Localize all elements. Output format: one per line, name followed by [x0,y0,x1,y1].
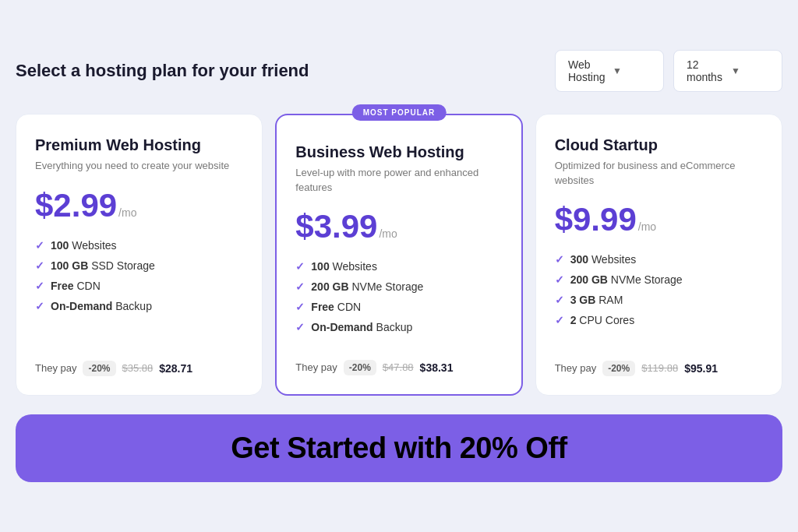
plans-grid: Premium Web Hosting Everything you need … [16,114,782,395]
price-period: /mo [638,220,656,233]
plan-name: Premium Web Hosting [35,136,243,154]
hosting-type-label: Web Hosting [568,58,606,83]
features-list: ✓ 100 Websites ✓ 100 GB SSD Storage ✓ Fr… [35,239,243,342]
they-pay-label: They pay [295,361,337,373]
check-icon: ✓ [295,260,305,273]
cta-banner[interactable]: Get Started with 20% Off [16,414,782,482]
feature-text: 200 GB NVMe Storage [570,273,683,286]
feature-item: ✓ 300 Websites [555,253,763,266]
check-icon: ✓ [555,253,564,266]
check-icon: ✓ [35,280,44,292]
plan-description: Optimized for business and eCommerce web… [555,159,763,187]
check-icon: ✓ [295,280,305,293]
check-icon: ✓ [35,239,44,252]
feature-text: 200 GB NVMe Storage [311,280,423,293]
plan-card-premium: Premium Web Hosting Everything you need … [16,114,263,395]
duration-label: 12 months [687,58,725,83]
feature-text: On-Demand Backup [311,321,412,333]
check-icon: ✓ [555,314,564,326]
discount-badge: -20% [602,361,635,376]
they-pay-label: They pay [555,362,596,374]
cta-text: Get Started with 20% Off [33,432,765,465]
feature-item: ✓ 200 GB NVMe Storage [555,273,763,286]
features-list: ✓ 100 Websites ✓ 200 GB NVMe Storage ✓ F… [295,260,502,341]
check-icon: ✓ [35,300,44,312]
discount-badge: -20% [344,360,376,375]
plan-name: Business Web Hosting [295,143,502,161]
feature-text: Free CDN [51,280,101,292]
feature-text: 100 Websites [311,260,377,273]
feature-item: ✓ 2 CPU Cores [555,314,763,326]
feature-text: 2 CPU Cores [570,314,634,326]
feature-text: 100 Websites [51,239,117,252]
feature-item: ✓ Free CDN [35,280,243,292]
final-price: $38.31 [420,361,454,374]
most-popular-badge: MOST POPULAR [352,104,447,121]
check-icon: ✓ [35,259,44,272]
header-controls: Web Hosting ▼ 12 months ▼ [555,50,782,92]
duration-dropdown[interactable]: 12 months ▼ [673,50,782,92]
plan-price: $9.99 /mo [555,203,763,236]
hosting-type-dropdown[interactable]: Web Hosting ▼ [555,50,664,92]
plan-name: Cloud Startup [555,136,763,154]
chevron-down-icon: ▼ [613,65,651,76]
price-period: /mo [379,227,397,240]
final-price: $95.91 [684,362,718,375]
plan-description: Everything you need to create your websi… [35,159,243,173]
feature-item: ✓ 3 GB RAM [555,294,763,306]
feature-item: ✓ 100 Websites [295,260,502,273]
they-pay-row: They pay -20% $35.88 $28.71 [35,361,243,376]
price-amount: $9.99 [555,203,637,236]
plan-description: Level-up with more power and enhanced fe… [295,166,502,194]
feature-text: Free CDN [311,301,361,313]
feature-text: On-Demand Backup [51,300,152,312]
price-amount: $2.99 [35,189,117,222]
they-pay-label: They pay [35,362,76,374]
check-icon: ✓ [295,321,305,333]
check-icon: ✓ [555,294,564,306]
original-price: $119.88 [641,362,678,374]
final-price: $28.71 [159,362,192,375]
page-container: Select a hosting plan for your friend We… [16,50,782,481]
page-title: Select a hosting plan for your friend [16,61,309,81]
price-amount: $3.99 [295,210,377,243]
they-pay-row: They pay -20% $47.88 $38.31 [295,360,502,375]
check-icon: ✓ [555,273,564,286]
feature-item: ✓ On-Demand Backup [295,321,502,333]
feature-item: ✓ On-Demand Backup [35,300,243,312]
features-list: ✓ 300 Websites ✓ 200 GB NVMe Storage ✓ 3… [555,253,763,342]
check-icon: ✓ [295,301,305,313]
feature-text: 100 GB SSD Storage [51,259,155,272]
original-price: $35.88 [122,362,154,374]
they-pay-row: They pay -20% $119.88 $95.91 [555,361,763,376]
plan-card-cloud: Cloud Startup Optimized for business and… [535,114,782,395]
discount-badge: -20% [83,361,115,376]
feature-item: ✓ 100 Websites [35,239,243,252]
feature-text: 3 GB RAM [570,294,623,306]
page-header: Select a hosting plan for your friend We… [16,50,782,92]
feature-item: ✓ 100 GB SSD Storage [35,259,243,272]
feature-item: ✓ Free CDN [295,301,502,313]
chevron-down-icon: ▼ [731,65,769,76]
feature-text: 300 Websites [570,253,637,266]
plan-price: $2.99 /mo [35,189,243,222]
feature-item: ✓ 200 GB NVMe Storage [295,280,502,293]
price-period: /mo [118,206,136,219]
original-price: $47.88 [383,361,414,373]
plan-card-business: MOST POPULAR Business Web Hosting Level-… [275,114,522,395]
plan-price: $3.99 /mo [295,210,502,243]
